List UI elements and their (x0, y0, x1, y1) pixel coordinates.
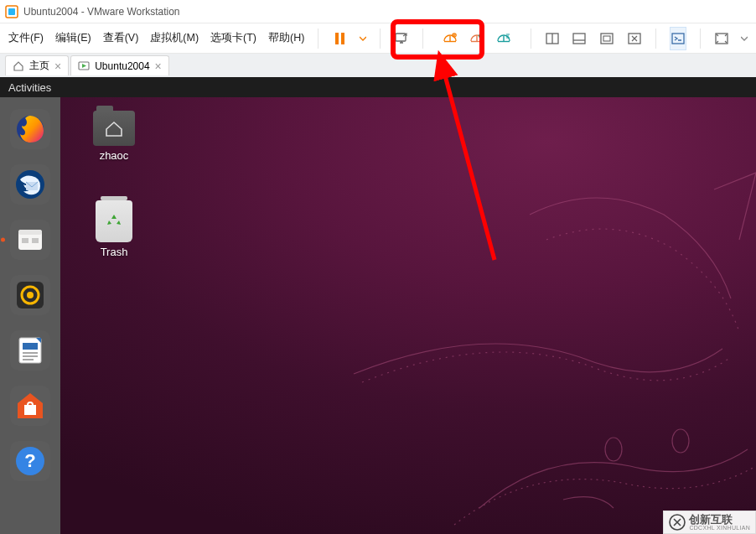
dock-files[interactable] (10, 220, 50, 260)
pause-icon (335, 33, 344, 44)
help-icon: ? (13, 444, 47, 478)
power-dropdown[interactable] (360, 35, 366, 42)
stretch-guest-button[interactable] (599, 27, 615, 50)
ubuntu-top-bar: Activities (0, 77, 756, 97)
svg-text:?: ? (24, 450, 35, 471)
svg-rect-28 (22, 238, 28, 243)
chevron-down-icon (360, 35, 366, 42)
menu-view[interactable]: 查看(V) (103, 31, 139, 45)
send-ctrl-alt-del-button[interactable] (393, 27, 409, 50)
fullscreen-icon (714, 31, 729, 46)
tab-vm-label: Ubuntu2004 (95, 60, 149, 72)
thumbnail-bar-button[interactable] (544, 27, 560, 50)
watermark-logo-icon (669, 514, 686, 531)
manage-snapshots-button[interactable] (492, 27, 515, 50)
enter-unity-button[interactable] (670, 27, 686, 50)
dock-help[interactable]: ? (10, 441, 50, 481)
desktop-icons-area: zhaoc Trash (85, 111, 142, 258)
fullscreen-dropdown[interactable] (741, 35, 748, 42)
desktop-icon-label: zhaoc (100, 149, 129, 162)
window-minimize-icon (627, 31, 642, 46)
separator (655, 29, 656, 49)
svg-rect-2 (396, 34, 406, 41)
svg-rect-14 (573, 34, 585, 44)
svg-point-32 (27, 292, 34, 298)
separator (531, 29, 531, 49)
dock-rhythmbox[interactable] (10, 275, 50, 315)
svg-rect-16 (601, 34, 613, 44)
watermark-brand: 创新互联 (689, 514, 750, 525)
dock-firefox[interactable] (10, 109, 50, 149)
home-icon (105, 121, 123, 137)
svg-point-43 (672, 429, 689, 453)
ubuntu-desktop: ? (0, 97, 756, 534)
tab-vm-ubuntu[interactable]: Ubuntu2004 × (70, 55, 169, 75)
wallpaper-art (60, 97, 756, 534)
separator (380, 29, 381, 49)
svg-rect-27 (18, 230, 42, 235)
separator (700, 29, 701, 49)
vmware-app-icon (5, 5, 18, 18)
terminal-icon (671, 31, 686, 46)
software-center-icon (13, 388, 48, 423)
dock-libreoffice-writer[interactable] (10, 330, 50, 371)
title-bar: Ubuntu2004 - VMware Workstation (0, 0, 756, 23)
exclusive-mode-button[interactable] (626, 27, 642, 50)
svg-point-42 (605, 438, 622, 461)
dock-running-indicator (1, 238, 5, 242)
home-icon (13, 60, 24, 72)
window-title: Ubuntu2004 - VMware Workstation (23, 6, 180, 18)
menu-tabs[interactable]: 选项卡(T) (210, 31, 256, 45)
menu-file[interactable]: 文件(F) (8, 31, 44, 45)
activities-button[interactable]: Activities (8, 81, 51, 94)
revert-snapshot-button[interactable] (465, 27, 489, 50)
separator (318, 29, 318, 49)
desktop-icon-trash[interactable]: Trash (85, 200, 142, 258)
svg-marker-22 (82, 64, 86, 68)
menu-vm[interactable]: 虚拟机(M) (150, 31, 199, 45)
snapshot-toolbar-group (437, 25, 517, 52)
ubuntu-dock: ? (0, 97, 60, 534)
svg-rect-1 (8, 8, 15, 15)
watermark-sub: CDCXHL XINHULIAN (689, 525, 750, 531)
desktop-icon-home-folder[interactable]: zhaoc (85, 111, 142, 162)
desktop-icon-label: Trash (101, 246, 128, 258)
snapshot-take-icon (443, 31, 458, 46)
tab-close-button[interactable]: × (155, 60, 162, 72)
take-snapshot-button[interactable] (438, 27, 462, 50)
dock-ubuntu-software[interactable] (10, 386, 50, 426)
writer-icon (13, 334, 47, 367)
svg-rect-35 (23, 343, 38, 350)
files-icon (13, 223, 47, 257)
music-player-icon (13, 278, 47, 312)
fit-window-icon (599, 31, 614, 46)
svg-rect-39 (24, 405, 36, 415)
tab-close-button[interactable]: × (54, 60, 61, 72)
watermark: 创新互联 CDCXHL XINHULIAN (663, 511, 756, 534)
tab-home-label: 主页 (29, 59, 49, 73)
layout-bottom-icon (572, 31, 587, 46)
tab-home[interactable]: 主页 × (5, 55, 69, 75)
firefox-icon (13, 112, 47, 146)
layout-split-icon (545, 31, 560, 46)
vm-running-icon (78, 60, 90, 72)
dock-thunderbird[interactable] (10, 164, 50, 205)
thunderbird-icon (13, 168, 47, 201)
snapshot-manage-icon (496, 31, 511, 46)
monitor-send-icon (394, 31, 409, 46)
folder-icon (93, 111, 135, 146)
recycle-icon (105, 212, 123, 231)
menu-bar: 文件(F) 编辑(E) 查看(V) 虚拟机(M) 选项卡(T) 帮助(H) (0, 23, 756, 54)
snapshot-revert-icon (469, 31, 484, 46)
fullscreen-button[interactable] (713, 27, 729, 50)
trash-icon (96, 200, 132, 242)
chevron-down-icon (741, 35, 748, 42)
svg-rect-17 (603, 36, 610, 41)
menu-help[interactable]: 帮助(H) (268, 31, 304, 45)
menu-edit[interactable]: 编辑(E) (55, 31, 91, 45)
ubuntu-wallpaper[interactable]: zhaoc Trash (60, 97, 756, 534)
console-view-button[interactable] (572, 27, 588, 50)
pause-button[interactable] (332, 27, 348, 50)
separator (422, 29, 423, 49)
tab-bar: 主页 × Ubuntu2004 × (0, 54, 756, 77)
